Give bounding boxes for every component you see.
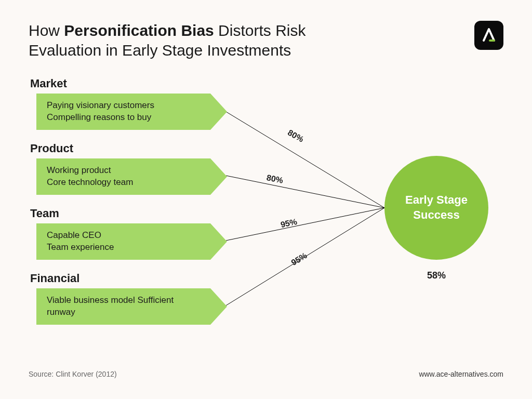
title-bold: Personification Bias	[64, 22, 214, 39]
factor-box-market: Paying visionary customers Compelling re…	[36, 94, 210, 130]
arrow-tip-financial	[210, 288, 227, 325]
factor-market-line2: Compelling reasons to buy	[47, 112, 200, 124]
factor-financial-line1: Viable business model Sufficient runway	[47, 295, 192, 318]
weight-financial: 95%	[290, 251, 309, 268]
factor-team-line1: Capable CEO	[47, 230, 200, 242]
result-label: Early Stage Success	[384, 193, 488, 222]
page-title: How Personification Bias Distorts Risk E…	[29, 21, 351, 60]
factor-box-product: Working product Core technology team	[36, 158, 210, 195]
factor-box-financial: Viable business model Sufficient runway	[36, 288, 210, 325]
factor-market-line1: Paying visionary customers	[47, 100, 200, 112]
factor-team-line2: Team experience	[47, 242, 200, 254]
factor-product-line1: Working product	[47, 165, 200, 177]
factor-box-team: Capable CEO Team experience	[36, 223, 210, 260]
category-label-financial: Financial	[30, 272, 79, 285]
arrow-tip-product	[210, 158, 227, 195]
category-label-team: Team	[30, 207, 59, 220]
brand-logo	[474, 21, 503, 50]
logo-icon	[480, 26, 498, 45]
svg-line-1	[226, 176, 384, 208]
category-label-product: Product	[30, 142, 73, 155]
title-pre: How	[29, 22, 64, 39]
svg-line-0	[226, 112, 384, 208]
category-label-market: Market	[30, 77, 67, 90]
factor-product-line2: Core technology team	[47, 177, 200, 189]
source-text: Source: Clint Korver (2012)	[29, 370, 117, 378]
weight-team: 95%	[280, 217, 298, 230]
footer-url: www.ace-alternatives.com	[419, 370, 503, 378]
result-value: 58%	[427, 270, 446, 281]
svg-line-2	[226, 208, 384, 241]
weight-product: 80%	[266, 173, 284, 185]
arrow-tip-market	[210, 94, 227, 130]
weight-market: 80%	[286, 128, 305, 144]
result-circle: Early Stage Success	[384, 156, 488, 260]
arrow-tip-team	[210, 223, 227, 260]
